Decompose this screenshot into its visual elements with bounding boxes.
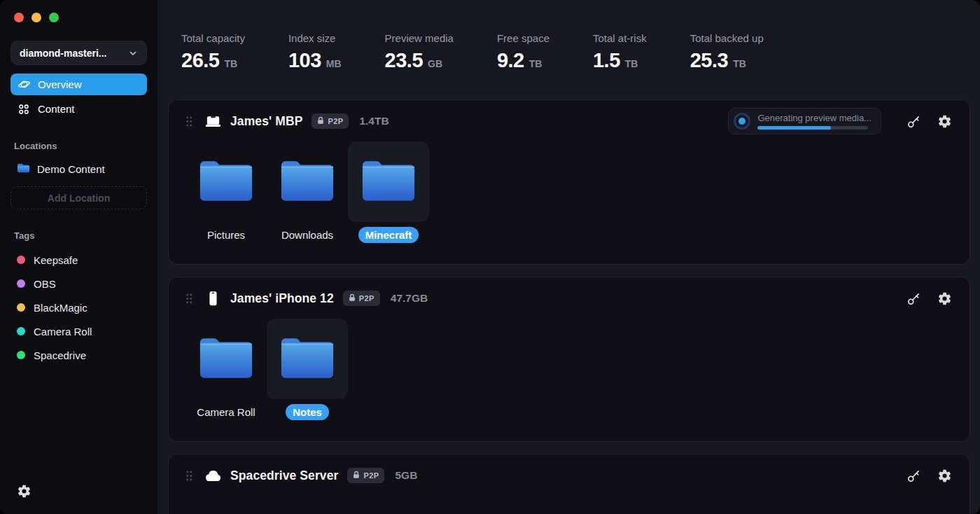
stat-number: 26.5 bbox=[181, 49, 219, 72]
stat-label: Total backed up bbox=[690, 32, 764, 44]
job-progress-fill bbox=[757, 126, 830, 130]
job-label: Generating preview media... bbox=[757, 113, 872, 123]
tag-label: BlackMagic bbox=[34, 302, 88, 314]
drag-handle-icon[interactable] bbox=[186, 116, 192, 127]
tag-color-dot bbox=[17, 303, 25, 312]
sidebar-item-overview[interactable]: Overview bbox=[10, 74, 147, 95]
key-button[interactable] bbox=[906, 468, 922, 483]
drag-handle-icon[interactable] bbox=[186, 293, 192, 305]
tag-item[interactable]: Keepsafe bbox=[10, 248, 147, 272]
stat-block: Total capacity26.5TB bbox=[181, 32, 245, 72]
card-bottom-padding bbox=[186, 420, 953, 441]
stat-label: Total at-risk bbox=[593, 32, 647, 44]
stat-unit: TB bbox=[733, 58, 746, 69]
cloud-icon bbox=[204, 469, 222, 482]
planet-icon bbox=[17, 78, 31, 92]
settings-button[interactable] bbox=[17, 483, 32, 499]
location-item[interactable]: Demo Content bbox=[10, 158, 147, 179]
stat-block: Free space9.2TB bbox=[497, 32, 550, 72]
drag-handle-icon[interactable] bbox=[186, 470, 192, 482]
device-settings-button[interactable] bbox=[937, 468, 953, 483]
tag-label: Keepsafe bbox=[34, 254, 78, 266]
device-card-header: James' iPhone 12P2P47.7GB bbox=[186, 277, 953, 309]
laptop-icon bbox=[204, 114, 222, 128]
card-bottom-padding bbox=[186, 243, 953, 264]
tag-item[interactable]: Spacedrive bbox=[10, 343, 147, 367]
key-button[interactable] bbox=[906, 291, 922, 306]
folder-label: Downloads bbox=[274, 227, 340, 243]
tag-label: OBS bbox=[34, 278, 56, 290]
tags-list: KeepsafeOBSBlackMagicCamera RollSpacedri… bbox=[10, 248, 147, 367]
folder-thumbnail bbox=[186, 319, 267, 399]
folder-icon bbox=[279, 335, 336, 382]
stats-row: Total capacity26.5TBIndex size103MBPrevi… bbox=[158, 0, 980, 72]
folder-item[interactable]: Pictures bbox=[186, 141, 267, 243]
sidebar-item-content[interactable]: Content bbox=[10, 98, 147, 120]
stat-number: 9.2 bbox=[497, 49, 524, 72]
device-size: 5GB bbox=[395, 469, 417, 482]
device-name: Spacedrive Server bbox=[230, 468, 338, 483]
stat-value: 9.2TB bbox=[497, 49, 550, 72]
tag-item[interactable]: OBS bbox=[10, 272, 147, 296]
chevron-down-icon bbox=[128, 48, 138, 58]
sidebar-item-label: Overview bbox=[38, 78, 82, 90]
device-settings-button[interactable] bbox=[937, 291, 953, 306]
device-settings-button[interactable] bbox=[937, 113, 953, 129]
stat-value: 1.5TB bbox=[593, 49, 647, 72]
tag-item[interactable]: Camera Roll bbox=[10, 319, 147, 343]
library-selector[interactable]: diamond-masteri... bbox=[10, 41, 147, 65]
folder-item[interactable]: Downloads bbox=[267, 141, 348, 243]
sidebar-nav: OverviewContent bbox=[10, 74, 147, 120]
folder-grid: Camera RollNotes bbox=[186, 319, 953, 420]
job-progress-bar bbox=[757, 126, 868, 130]
stat-unit: TB bbox=[224, 58, 237, 69]
minimize-window-button[interactable] bbox=[31, 13, 41, 22]
p2p-badge: P2P bbox=[312, 113, 349, 129]
stat-label: Free space bbox=[497, 32, 550, 44]
job-status-pill: Generating preview media... bbox=[728, 108, 881, 134]
folder-label: Minecraft bbox=[358, 227, 419, 243]
stat-block: Index size103MB bbox=[288, 32, 342, 72]
folder-label: Pictures bbox=[200, 227, 252, 243]
zoom-window-button[interactable] bbox=[49, 13, 59, 22]
device-card-header: James' MBPP2P1.4TBGenerating preview med… bbox=[186, 100, 953, 132]
folder-small-icon bbox=[17, 162, 30, 176]
folder-item[interactable]: Minecraft bbox=[348, 141, 429, 243]
folder-thumbnail bbox=[267, 319, 348, 399]
lock-icon bbox=[317, 116, 324, 126]
locations-list: Demo Content bbox=[10, 158, 147, 179]
job-spinner-icon bbox=[734, 113, 750, 130]
key-button[interactable] bbox=[906, 113, 922, 129]
stat-number: 23.5 bbox=[385, 49, 423, 72]
folder-item[interactable]: Camera Roll bbox=[186, 319, 267, 420]
folder-icon bbox=[197, 158, 255, 205]
grid-circles-icon bbox=[17, 102, 31, 116]
tag-item[interactable]: BlackMagic bbox=[10, 296, 147, 319]
add-location-button[interactable]: Add Location bbox=[10, 186, 147, 209]
close-window-button[interactable] bbox=[14, 13, 24, 22]
stat-value: 23.5GB bbox=[385, 49, 454, 72]
folder-item[interactable]: Notes bbox=[267, 319, 348, 420]
device-name: James' MBP bbox=[230, 114, 302, 129]
tag-color-dot bbox=[17, 256, 25, 264]
stat-label: Preview media bbox=[385, 32, 454, 44]
job-info: Generating preview media... bbox=[757, 113, 872, 130]
device-card-header: Spacedrive ServerP2P5GB bbox=[186, 454, 953, 486]
phone-icon bbox=[204, 290, 222, 307]
device-size: 1.4TB bbox=[359, 115, 388, 127]
lock-icon bbox=[349, 293, 356, 303]
tag-color-dot bbox=[17, 327, 25, 335]
folder-thumbnail bbox=[186, 141, 267, 222]
app-window: diamond-masteri... OverviewContent Locat… bbox=[0, 0, 980, 514]
p2p-badge-label: P2P bbox=[359, 294, 374, 303]
device-size: 47.7GB bbox=[391, 292, 428, 305]
tag-color-dot bbox=[17, 351, 25, 359]
stat-block: Total backed up25.3TB bbox=[690, 32, 764, 72]
stat-unit: TB bbox=[529, 58, 542, 69]
tag-label: Camera Roll bbox=[34, 326, 92, 338]
library-name: diamond-masteri... bbox=[20, 48, 106, 59]
stat-value: 26.5TB bbox=[181, 49, 245, 72]
device-cards: James' MBPP2P1.4TBGenerating preview med… bbox=[168, 99, 970, 514]
p2p-badge: P2P bbox=[347, 468, 384, 483]
folder-icon bbox=[279, 158, 336, 205]
